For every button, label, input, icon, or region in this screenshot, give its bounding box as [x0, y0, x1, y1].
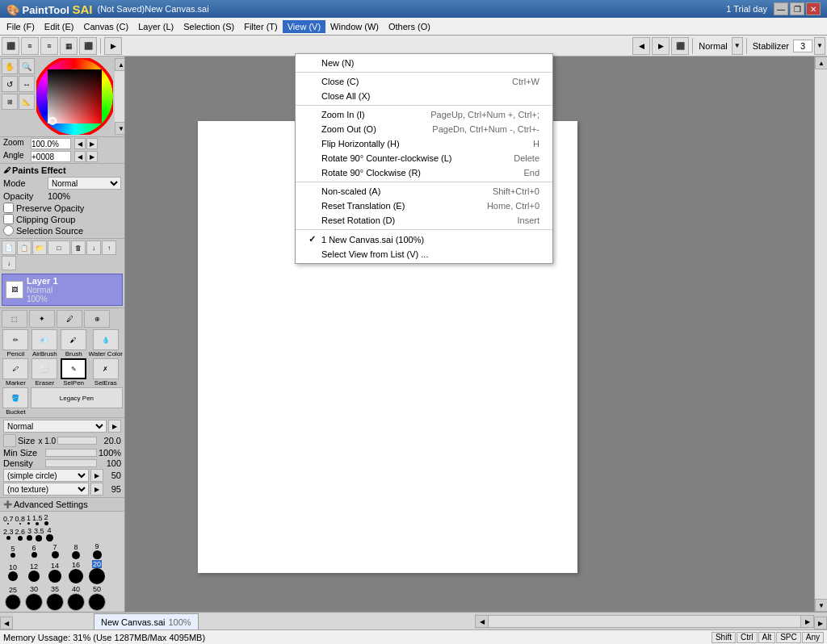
- view-menu-fliphorizontal[interactable]: Flip Horizontally (H) H: [296, 136, 552, 151]
- preserve-opacity-cb[interactable]: [3, 203, 14, 213]
- advanced-header[interactable]: ➕ Advanced Settings: [3, 500, 121, 509]
- menu-filter[interactable]: Filter (T): [239, 20, 283, 33]
- dot-08-circle[interactable]: [19, 523, 21, 525]
- tool-extra[interactable]: ⊕: [84, 310, 110, 328]
- dot-20-circle[interactable]: [89, 568, 105, 584]
- restore-button[interactable]: ❐: [790, 2, 804, 15]
- density-slider[interactable]: [45, 459, 97, 467]
- angle-input[interactable]: [31, 151, 71, 162]
- menu-others[interactable]: Others (O): [384, 20, 435, 33]
- toolbar-btn-2[interactable]: ≡: [21, 37, 39, 55]
- layer-btn-up[interactable]: ↑: [102, 240, 116, 255]
- view-menu-zoomout[interactable]: Zoom Out (O) PageDn, Ctrl+Num -, Ctrl+-: [296, 122, 552, 136]
- dot-1-circle[interactable]: [27, 522, 30, 525]
- menu-layer[interactable]: Layer (L): [133, 20, 178, 33]
- blend-mode-scroll[interactable]: ▶: [108, 420, 121, 433]
- texture-select[interactable]: (no texture): [3, 483, 89, 496]
- layer-btn-small[interactable]: □: [48, 240, 70, 255]
- normal-dropdown[interactable]: ▼: [732, 37, 743, 55]
- dot-40-circle[interactable]: [67, 593, 85, 611]
- toolbar-icon-b[interactable]: ▶: [652, 37, 670, 55]
- dot-6-circle[interactable]: [31, 552, 37, 558]
- dot-50-circle[interactable]: [88, 593, 106, 611]
- nav-icon-hand[interactable]: ✋: [2, 58, 18, 74]
- toolbar-btn-1[interactable]: ⬛: [2, 37, 19, 55]
- dot-14-circle[interactable]: [48, 570, 61, 583]
- tool-pencil[interactable]: ✏: [2, 329, 28, 350]
- zoom-btn-1[interactable]: ◀: [74, 138, 86, 149]
- dot-26-circle[interactable]: [18, 536, 23, 541]
- view-menu-rotate-cw[interactable]: Rotate 90° Clockwise (R) End: [296, 165, 552, 180]
- view-menu-canvas-checked[interactable]: ✓ 1 New Canvas.sai (100%): [296, 232, 552, 247]
- menu-view[interactable]: View (V): [283, 20, 325, 33]
- stabilizer-input[interactable]: [793, 40, 812, 52]
- menu-canvas[interactable]: Canvas (C): [79, 20, 134, 33]
- dot-7-circle[interactable]: [52, 551, 59, 558]
- shape-select[interactable]: (simple circle): [3, 469, 89, 482]
- minimize-button[interactable]: —: [774, 2, 788, 15]
- view-menu-select-view[interactable]: Select View from List (V) ...: [296, 247, 552, 261]
- view-menu-reset-rotation[interactable]: Reset Rotation (D) Insert: [296, 213, 552, 228]
- texture-scroll[interactable]: ▶: [90, 483, 103, 496]
- blend-mode-select[interactable]: Normal: [3, 420, 107, 433]
- h-scroll-left[interactable]: ◀: [476, 616, 489, 627]
- tool-watercolor[interactable]: 💧: [93, 329, 119, 350]
- view-menu-nonscaled[interactable]: Non-scaled (A) Shift+Ctrl+0: [296, 184, 552, 199]
- canvas-tab[interactable]: New Canvas.sai 100%: [94, 613, 199, 629]
- color-wheel-container[interactable]: [36, 58, 113, 135]
- scroll-down-arrow[interactable]: ▼: [115, 122, 125, 135]
- tool-selpen[interactable]: ✎: [61, 358, 86, 379]
- tool-marker[interactable]: 🖊: [2, 358, 28, 379]
- selection-source-radio[interactable]: [3, 225, 14, 236]
- tool-lasso[interactable]: ⬚: [2, 310, 27, 328]
- zoom-input[interactable]: [31, 138, 71, 149]
- close-button[interactable]: ✕: [806, 2, 821, 15]
- dot-9-circle[interactable]: [93, 550, 102, 559]
- size-slider[interactable]: [57, 437, 97, 445]
- layer-btn-down2[interactable]: ↓: [2, 256, 16, 270]
- toolbar-btn-4[interactable]: ▦: [60, 37, 78, 55]
- view-menu-rotate-ccw[interactable]: Rotate 90° Counter-clockwise (L) Delete: [296, 151, 552, 165]
- clipping-group-cb[interactable]: [3, 214, 14, 224]
- dot-35b-circle[interactable]: [46, 593, 64, 611]
- mode-select[interactable]: Normal: [48, 177, 121, 190]
- right-scroll-up[interactable]: ▲: [815, 56, 827, 69]
- view-menu-closeall[interactable]: Close All (X): [296, 89, 552, 103]
- dot-10-circle[interactable]: [8, 571, 18, 581]
- tool-brush[interactable]: 🖌: [61, 329, 86, 350]
- dot-4-circle[interactable]: [46, 534, 53, 542]
- toolbar-btn-5[interactable]: ⬛: [79, 37, 97, 55]
- zoom-btn-2[interactable]: ▶: [86, 138, 98, 149]
- dot-3-circle[interactable]: [27, 535, 32, 541]
- right-scroll-down[interactable]: ▼: [815, 599, 827, 612]
- layer-btn-folder[interactable]: 📁: [32, 240, 47, 255]
- nav-icon-grid[interactable]: ⊞: [2, 94, 18, 110]
- dot-15-circle[interactable]: [36, 522, 39, 525]
- shape-scroll[interactable]: ▶: [90, 469, 103, 482]
- toolbar-icon-a[interactable]: ◀: [632, 37, 650, 55]
- h-scroll-right[interactable]: ▶: [800, 616, 813, 627]
- dot-8-circle[interactable]: [72, 551, 80, 559]
- menu-file[interactable]: File (F): [2, 20, 40, 33]
- bottom-scroll-left[interactable]: ◀: [0, 617, 13, 629]
- toolbar-icon-c[interactable]: ⬛: [671, 37, 689, 55]
- dot-16-circle[interactable]: [69, 569, 83, 583]
- tool-eraser[interactable]: ⬜: [31, 358, 57, 379]
- dot-12-circle[interactable]: [28, 571, 40, 582]
- view-menu-new[interactable]: New (N): [296, 56, 552, 70]
- menu-selection[interactable]: Selection (S): [178, 20, 239, 33]
- tool-pen2[interactable]: 🖊: [57, 310, 82, 328]
- bottom-scroll-right[interactable]: ▶: [814, 617, 827, 629]
- tool-bucket[interactable]: 🪣: [2, 387, 28, 408]
- menu-window[interactable]: Window (W): [325, 20, 384, 33]
- dot-07-circle[interactable]: [7, 523, 9, 525]
- layer-btn-merge[interactable]: ↓: [86, 240, 101, 255]
- layer-btn-new[interactable]: 📄: [2, 240, 16, 255]
- nav-icon-rotate[interactable]: ↺: [2, 76, 18, 92]
- layer-item[interactable]: 🖼 Layer 1 Normal 100%: [2, 274, 123, 306]
- tool-legacypen[interactable]: Legacy Pen: [31, 387, 123, 408]
- dot-23-circle[interactable]: [6, 536, 10, 540]
- tool-seleras[interactable]: ✗: [93, 358, 119, 379]
- view-menu-close[interactable]: Close (C) Ctrl+W: [296, 74, 552, 89]
- menu-edit[interactable]: Edit (E): [40, 20, 79, 33]
